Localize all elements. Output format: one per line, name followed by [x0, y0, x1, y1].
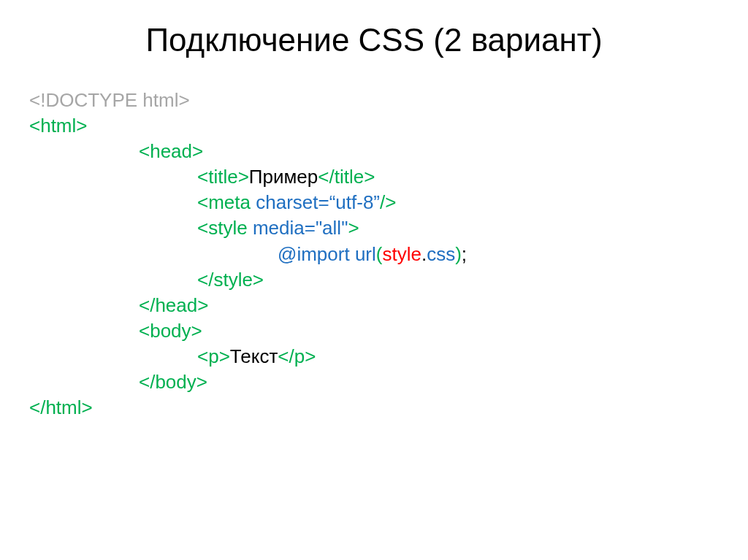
tag-head-open: <head>	[139, 140, 203, 162]
text-space	[350, 243, 355, 265]
text-url: url	[355, 243, 376, 265]
tag-body-close: </body>	[139, 371, 207, 393]
code-line-p: <p>Текст</p>	[29, 344, 719, 369]
code-line-html-open: <html>	[29, 113, 719, 139]
code-line-doctype: <!DOCTYPE html>	[29, 88, 719, 113]
tag-html-close: </html>	[29, 396, 93, 418]
tag-title-open: <title>	[197, 166, 249, 188]
text-doctype: !DOCTYPE html	[40, 89, 178, 111]
tag-style-close: </style>	[197, 269, 264, 291]
code-line-meta: <meta charset=“utf-8”/>	[29, 190, 719, 215]
text-p: Текст	[230, 345, 278, 367]
text-style: style	[382, 243, 421, 265]
angle-bracket: >	[178, 89, 189, 111]
tag-style-open: <style	[197, 217, 248, 239]
slide: Подключение CSS (2 вариант) <!DOCTYPE ht…	[0, 0, 748, 560]
text-css: css	[427, 243, 455, 265]
text-rparen: )	[455, 243, 462, 265]
tag-style-gt: >	[348, 217, 359, 239]
code-line-style-open: <style media="all">	[29, 215, 719, 241]
code-line-head-close: </head>	[29, 293, 719, 318]
code-line-head-open: <head>	[29, 139, 719, 164]
tag-html-open: <html>	[29, 115, 88, 137]
code-line-import: @import url(style.css);	[29, 242, 719, 267]
code-block: <!DOCTYPE html> <html> <head> <title>При…	[29, 88, 719, 421]
tag-meta-open: <meta	[197, 191, 251, 213]
tag-head-close: </head>	[139, 294, 208, 316]
attr-media: media="all"	[253, 217, 348, 239]
tag-title-close: </title>	[318, 166, 375, 188]
angle-bracket: <	[29, 89, 40, 111]
code-line-style-close: </style>	[29, 267, 719, 293]
code-line-body-close: </body>	[29, 369, 719, 395]
code-line-html-close: </html>	[29, 395, 719, 421]
text-space	[248, 217, 253, 239]
tag-p-open: <p>	[197, 345, 230, 367]
slide-title: Подключение CSS (2 вариант)	[29, 22, 719, 58]
text-title: Пример	[249, 166, 318, 188]
text-semi: ;	[462, 243, 467, 265]
tag-meta-close: />	[380, 191, 396, 213]
code-line-title: <title>Пример</title>	[29, 164, 719, 190]
tag-p-close: </p>	[278, 345, 316, 367]
attr-charset: charset=“utf-8”	[256, 191, 380, 213]
code-line-body-open: <body>	[29, 318, 719, 344]
tag-body-open: <body>	[139, 320, 202, 342]
text-import: @import	[278, 243, 350, 265]
